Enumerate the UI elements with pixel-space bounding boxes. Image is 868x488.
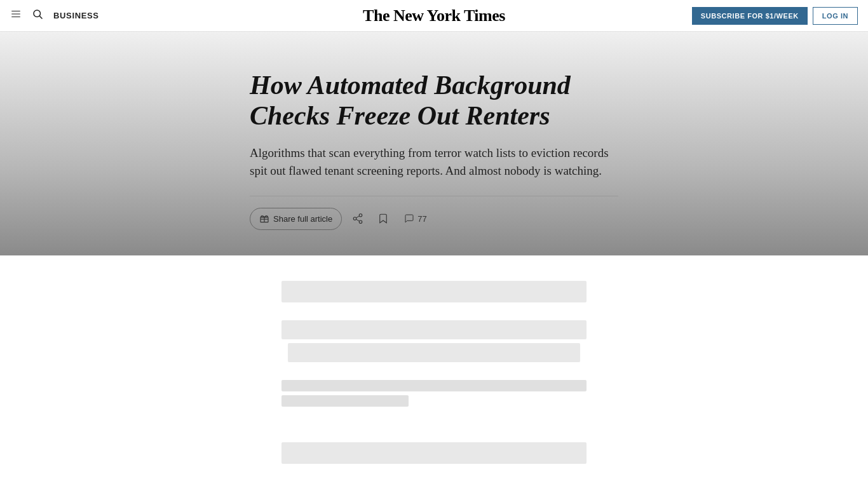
svg-point-3 bbox=[34, 10, 41, 17]
skeleton-line-1 bbox=[281, 281, 587, 302]
svg-point-8 bbox=[359, 220, 362, 224]
skeleton-group-3 bbox=[281, 380, 587, 424]
header-right: SUBSCRIBE FOR $1/WEEK LOG IN bbox=[692, 7, 858, 25]
comments-button[interactable]: 77 bbox=[399, 210, 431, 227]
hero-content: How Automated Background Checks Freeze O… bbox=[237, 70, 631, 230]
svg-point-7 bbox=[353, 217, 356, 220]
header-center: The New York Times bbox=[363, 6, 505, 25]
share-button[interactable] bbox=[348, 209, 367, 228]
share-full-article-button[interactable]: Share full article bbox=[250, 208, 342, 230]
comments-count: 77 bbox=[417, 214, 426, 224]
site-header: BUSINESS The New York Times SUBSCRIBE FO… bbox=[0, 0, 868, 32]
share-full-article-label: Share full article bbox=[273, 214, 332, 224]
hamburger-menu-icon[interactable] bbox=[10, 8, 22, 23]
header-left: BUSINESS bbox=[10, 8, 137, 23]
login-button[interactable]: LOG IN bbox=[813, 7, 858, 25]
skeleton-line-3a bbox=[281, 380, 587, 391]
article-hero: How Automated Background Checks Freeze O… bbox=[0, 32, 868, 255]
article-subtitle: Algorithms that scan everything from ter… bbox=[250, 144, 618, 180]
svg-line-9 bbox=[356, 219, 360, 221]
article-actions: Share full article bbox=[250, 208, 618, 230]
svg-line-4 bbox=[39, 16, 42, 18]
svg-point-6 bbox=[359, 214, 362, 217]
content-area: Enjoy unlimited access to all of The Tim… bbox=[0, 255, 868, 488]
bookmark-button[interactable] bbox=[374, 209, 393, 228]
svg-line-10 bbox=[356, 216, 360, 218]
subscribe-button[interactable]: SUBSCRIBE FOR $1/WEEK bbox=[692, 7, 808, 25]
skeleton-line-2a bbox=[281, 320, 587, 339]
divider bbox=[250, 196, 618, 196]
skeleton-line-3b bbox=[281, 395, 409, 407]
gift-icon bbox=[259, 213, 269, 225]
nyt-logo[interactable]: The New York Times bbox=[363, 6, 505, 25]
skeleton-line-4 bbox=[281, 442, 587, 464]
skeleton-line-2b bbox=[288, 343, 580, 362]
article-title: How Automated Background Checks Freeze O… bbox=[250, 70, 618, 132]
section-label[interactable]: BUSINESS bbox=[53, 11, 99, 20]
search-icon[interactable] bbox=[32, 8, 43, 23]
